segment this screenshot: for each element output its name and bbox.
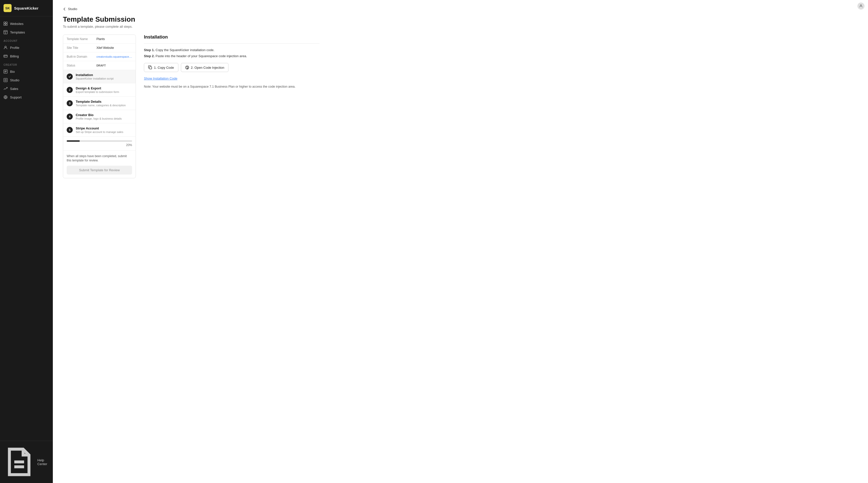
step-title: Creator Bio (76, 113, 132, 117)
svg-rect-26 (150, 67, 152, 69)
step-item[interactable]: 3Template DetailsTemplate name, categori… (63, 97, 135, 110)
step-circle (67, 74, 73, 80)
install-step-line: Step 1. Copy the SquareKicker installati… (144, 48, 319, 53)
sidebar-profile-label: Profile (10, 46, 19, 50)
step-item[interactable]: 2Design & ExportExport template to submi… (63, 83, 135, 97)
studio-icon (3, 78, 7, 82)
svg-rect-3 (6, 24, 7, 25)
step-circle: 4 (67, 114, 73, 120)
user-avatar-icon (859, 4, 863, 8)
svg-rect-8 (4, 55, 7, 57)
checkmark-icon (68, 75, 71, 78)
two-col-layout: Template NamePlantsSite TitleXilef Websi… (63, 34, 319, 178)
sidebar-item-billing[interactable]: Billing (0, 52, 53, 60)
sidebar-nav: Websites Templates ACCOUNT Profile Billi… (0, 17, 53, 441)
info-value: DRAFT (93, 61, 135, 70)
logo-name: SquareKicker (14, 6, 38, 10)
step-desc: Export template to submission form (76, 90, 132, 93)
svg-rect-15 (4, 78, 7, 82)
submit-section: When all steps have been completed, subm… (63, 150, 135, 178)
sidebar-bio-label: Bio (10, 70, 15, 74)
open-injection-button[interactable]: 2. Open Code Injection (181, 63, 229, 72)
sidebar-item-support[interactable]: Support (0, 93, 53, 102)
installation-title: Installation (144, 34, 319, 44)
sidebar-item-websites[interactable]: Websites (0, 19, 53, 28)
svg-rect-1 (6, 22, 7, 23)
sales-icon (3, 87, 7, 91)
svg-point-16 (5, 79, 6, 81)
bio-icon (3, 69, 7, 74)
info-value: Plants (93, 35, 135, 44)
svg-point-18 (5, 97, 6, 98)
step-desc: Profile image, logo & business details (76, 117, 132, 120)
sidebar-item-templates[interactable]: Templates (0, 28, 53, 36)
grid-icon (3, 22, 7, 26)
info-label: Status (63, 61, 93, 70)
sidebar-item-studio[interactable]: Studio (0, 76, 53, 84)
file-icon (3, 446, 35, 478)
step-circle: 3 (67, 100, 73, 106)
steps-list: InstallationSquareKicker installation sc… (63, 70, 135, 137)
install-btn-label: 2. Open Code Injection (191, 66, 224, 69)
sidebar-help-center[interactable]: Help Center (0, 444, 53, 480)
sidebar-templates-label: Templates (10, 30, 25, 34)
progress-section: 20% (63, 137, 135, 150)
logo-box: SK (3, 4, 11, 12)
installation-note: Note: Your website must be on a Squaresp… (144, 84, 319, 89)
sidebar-item-sales[interactable]: Sales (0, 84, 53, 93)
info-label: Built-in Domain (63, 52, 93, 61)
info-label: Site Title (63, 44, 93, 52)
credit-card-icon (3, 54, 7, 58)
sidebar-support-label: Support (10, 95, 22, 99)
main-content: Studio Template Submission To submit a t… (53, 0, 868, 483)
back-label: Studio (68, 7, 77, 11)
sidebar-logo: SK SquareKicker (0, 0, 53, 17)
svg-rect-4 (4, 30, 7, 34)
inject-icon (185, 65, 189, 69)
sidebar-footer: Help Center (0, 441, 53, 483)
step-info: Template DetailsTemplate name, categorie… (76, 100, 132, 107)
sidebar-help-label: Help Center (37, 458, 49, 466)
step-info: Stripe AccountSet up Stripe account to m… (76, 126, 132, 134)
svg-point-25 (860, 5, 862, 6)
svg-rect-2 (4, 24, 5, 25)
info-value: creatorstudio.squarespace.... (93, 52, 135, 61)
left-card: Template NamePlantsSite TitleXilef Websi… (63, 34, 136, 178)
step-title: Design & Export (76, 86, 132, 90)
back-arrow-icon (63, 7, 66, 11)
support-icon (3, 95, 7, 99)
install-btn-label: 1. Copy Code (154, 66, 174, 69)
sidebar-sales-label: Sales (10, 87, 19, 91)
sidebar-item-profile[interactable]: Profile (0, 43, 53, 52)
step-circle: 5 (67, 127, 73, 133)
layout-icon (3, 30, 7, 34)
step-item[interactable]: 4Creator BioProfile image, logo & busine… (63, 110, 135, 123)
svg-point-7 (5, 46, 6, 48)
page-content: Studio Template Submission To submit a t… (53, 0, 330, 188)
account-section-label: ACCOUNT (0, 36, 53, 43)
user-icon (3, 46, 7, 50)
install-buttons: 1. Copy Code 2. Open Code Injection (144, 63, 319, 72)
copy-icon (148, 65, 152, 69)
info-label: Template Name (63, 35, 93, 44)
back-link[interactable]: Studio (63, 7, 319, 11)
show-code-link[interactable]: Show Installation Code (144, 77, 319, 80)
step-desc: Set up Stripe account to manage sales (76, 131, 132, 134)
step-item[interactable]: InstallationSquareKicker installation sc… (63, 70, 135, 83)
submit-template-button[interactable]: Submit Template for Review (67, 166, 132, 174)
submit-note: When all steps have been completed, subm… (67, 154, 132, 163)
progress-bar-wrap (67, 140, 132, 142)
copy-code-button[interactable]: 1. Copy Code (144, 63, 178, 72)
step-desc: SquareKicker installation script (76, 77, 132, 80)
user-avatar[interactable] (858, 2, 865, 9)
progress-percent: 20% (67, 143, 132, 147)
sidebar-item-bio[interactable]: Bio (0, 67, 53, 76)
step-info: Design & ExportExport template to submis… (76, 86, 132, 93)
step-desc: Template name, categories & description (76, 104, 132, 107)
page-subtitle: To submit a template, please complete al… (63, 25, 319, 28)
step-info: InstallationSquareKicker installation sc… (76, 73, 132, 80)
sidebar: SK SquareKicker Websites Templates ACCOU… (0, 0, 53, 483)
logo-abbr: SK (5, 6, 10, 10)
step-item[interactable]: 5Stripe AccountSet up Stripe account to … (63, 123, 135, 137)
sidebar-studio-label: Studio (10, 78, 19, 82)
